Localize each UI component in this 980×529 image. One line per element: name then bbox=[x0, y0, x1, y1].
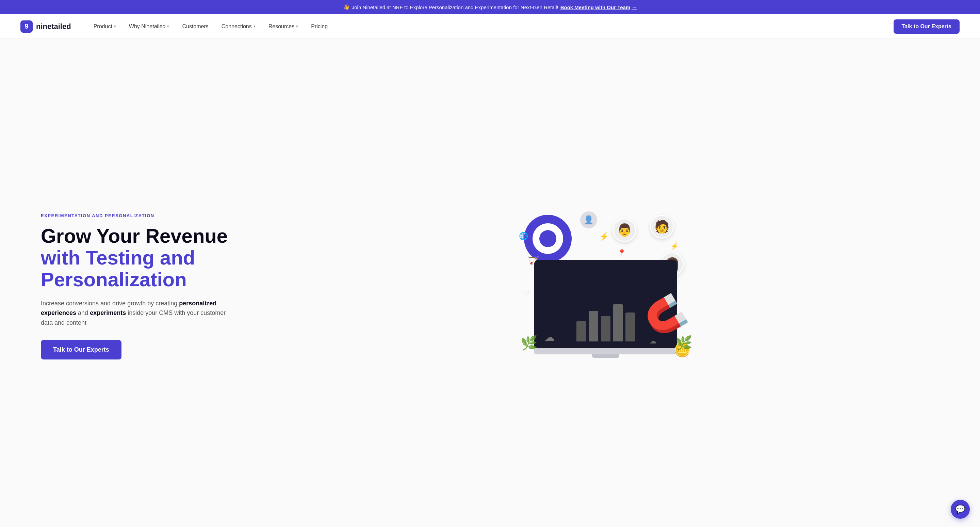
location-icon: 📍 bbox=[617, 249, 626, 257]
nav-why-chevron: ▾ bbox=[167, 24, 169, 29]
hero-section: EXPERIMENTATION AND PERSONALIZATION Grow… bbox=[0, 39, 980, 527]
chat-icon: 💬 bbox=[955, 505, 966, 514]
bar-3 bbox=[601, 316, 611, 341]
avatar-2-face: 🧑 bbox=[654, 220, 670, 234]
nav-cta-button[interactable]: Talk to Our Experts bbox=[894, 19, 959, 34]
hero-desc-mid: and bbox=[76, 309, 90, 316]
logo-icon: 9 bbox=[21, 21, 33, 33]
bar-1 bbox=[576, 321, 586, 341]
nav-item-product[interactable]: Product ▾ bbox=[88, 21, 121, 32]
lightning-icon-right: ⚡ bbox=[670, 242, 679, 250]
bar-chart bbox=[576, 304, 635, 341]
nav-customers-label: Customers bbox=[182, 24, 208, 30]
hero-desc-bold2: experiments bbox=[90, 309, 126, 316]
avatar-1-face: 👨 bbox=[617, 223, 632, 237]
nav-item-connections[interactable]: Connections ▾ bbox=[216, 21, 261, 32]
hero-description: Increase conversions and drive growth by… bbox=[41, 298, 231, 328]
nav-resources-chevron: ▾ bbox=[296, 24, 298, 29]
leaf-right-icon: 🌿 bbox=[675, 335, 692, 351]
laptop-stand bbox=[592, 354, 619, 358]
hero-title-line2: with Testing and bbox=[41, 247, 195, 269]
bar-5 bbox=[625, 312, 635, 341]
banner-text: Join Ninetailed at NRF to Explore Person… bbox=[352, 5, 558, 10]
avatar-1: 👨 bbox=[612, 218, 636, 242]
nav-links: Product ▾ Why Ninetailed ▾ Customers Con… bbox=[88, 21, 894, 32]
lightning-icon-left: ⚡ bbox=[599, 232, 609, 241]
avatar-2: 🧑 bbox=[650, 215, 674, 239]
nav-pricing-label: Pricing bbox=[311, 24, 328, 30]
hero-illustration: 🏹 ⚙ ⚙ 🌐 ⚡ ⚡ 👤 👨 🧑 👩 ♡ ♡ bbox=[252, 201, 959, 371]
nav-connections-chevron: ▾ bbox=[253, 24, 256, 29]
logo-icon-text: 9 bbox=[24, 22, 28, 30]
banner-cta-link[interactable]: Book Meeting with Our Team → bbox=[560, 5, 637, 10]
nav-item-resources[interactable]: Resources ▾ bbox=[263, 21, 304, 32]
announcement-banner: 👋 Join Ninetailed at NRF to Explore Pers… bbox=[0, 0, 980, 14]
hero-title-line3: Personalization bbox=[41, 268, 187, 290]
leaf-left-icon: 🌿 bbox=[520, 335, 538, 351]
banner-cta-text: Book Meeting with Our Team bbox=[560, 5, 630, 10]
nav-product-label: Product bbox=[94, 24, 112, 30]
bar-4 bbox=[613, 304, 623, 341]
hero-left: EXPERIMENTATION AND PERSONALIZATION Grow… bbox=[41, 213, 252, 360]
illustration-container: 🏹 ⚙ ⚙ 🌐 ⚡ ⚡ 👤 👨 🧑 👩 ♡ ♡ bbox=[517, 205, 694, 368]
hero-cta-button[interactable]: Talk to Our Experts bbox=[41, 340, 121, 360]
hero-title: Grow Your Revenue with Testing and Perso… bbox=[41, 225, 231, 290]
hero-title-line1: Grow Your Revenue bbox=[41, 225, 228, 247]
chat-button[interactable]: 💬 bbox=[951, 500, 970, 519]
hero-desc-prefix: Increase conversions and drive growth by… bbox=[41, 300, 179, 307]
globe-icon: 🌐 bbox=[519, 232, 528, 241]
banner-emoji: 👋 bbox=[343, 4, 350, 10]
laptop-base bbox=[534, 348, 677, 354]
logo-text: ninetailed bbox=[36, 22, 71, 31]
hero-eyebrow: EXPERIMENTATION AND PERSONALIZATION bbox=[41, 213, 231, 218]
nav-why-label: Why Ninetailed bbox=[129, 24, 166, 30]
nav-item-why-ninetailed[interactable]: Why Ninetailed ▾ bbox=[124, 21, 175, 32]
cloud-icon-1: ☁ bbox=[544, 331, 555, 343]
logo-link[interactable]: 9 ninetailed bbox=[21, 21, 71, 33]
nav-item-customers[interactable]: Customers bbox=[177, 21, 214, 32]
bar-2 bbox=[589, 311, 598, 341]
banner-cta-arrow: → bbox=[632, 5, 637, 10]
nav-connections-label: Connections bbox=[221, 24, 252, 30]
nav-item-pricing[interactable]: Pricing bbox=[305, 21, 333, 32]
nav-resources-label: Resources bbox=[269, 24, 294, 30]
navbar: 9 ninetailed Product ▾ Why Ninetailed ▾ … bbox=[0, 14, 980, 39]
nav-product-chevron: ▾ bbox=[114, 24, 116, 29]
person-badge-icon: 👤 bbox=[580, 211, 597, 228]
heart-icon-1: ♡ bbox=[524, 290, 530, 297]
